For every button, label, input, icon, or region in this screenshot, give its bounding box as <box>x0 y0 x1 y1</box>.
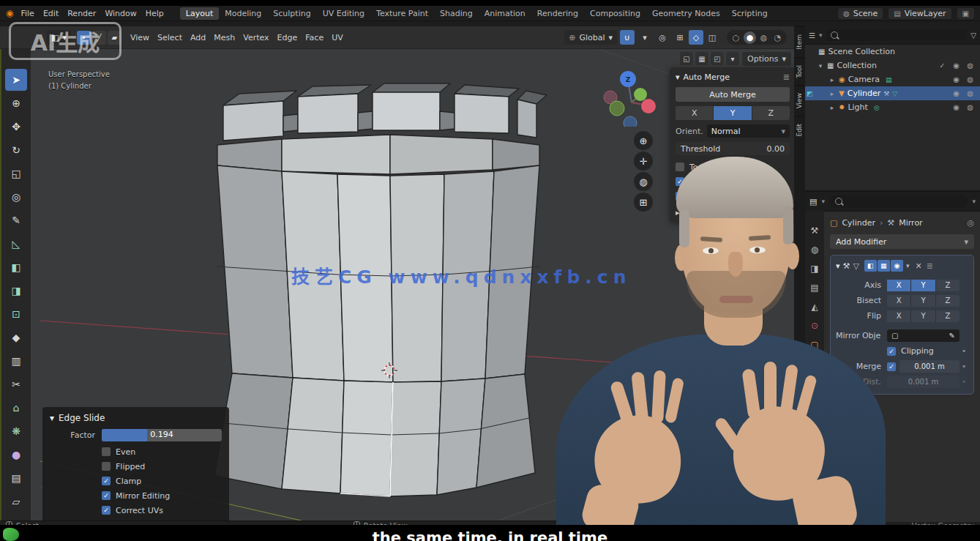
merge-threshold-field[interactable]: 0.001 m <box>899 360 960 373</box>
orientation-dropdown[interactable]: ⊕ Global ▾ <box>564 30 617 45</box>
viewlayer-new-button[interactable]: ▣ <box>957 8 974 19</box>
tool-button[interactable]: ➤ <box>5 69 27 91</box>
merge-checkbox[interactable]: ✓ <box>887 362 896 371</box>
proportional-edit-toggle[interactable]: ◎ <box>655 30 670 45</box>
disable-in-renders-toggle[interactable]: ◍ <box>965 89 976 97</box>
checkbox[interactable]: ✓ <box>676 192 684 201</box>
checkbox[interactable]: ✓ <box>102 447 111 456</box>
editor-type-icon[interactable]: ▤ <box>809 197 817 206</box>
sidebar-tab[interactable]: Tool <box>794 57 804 85</box>
pin-icon[interactable]: ◎ <box>967 218 974 228</box>
modifier-display-toggle[interactable]: ◉ <box>891 260 903 272</box>
modifier-display-toggle[interactable]: ◧ <box>864 260 877 272</box>
panel-collapse-icon[interactable]: ▾ <box>836 261 840 271</box>
tool-button[interactable]: ◎ <box>5 186 27 208</box>
expander-icon[interactable]: ▾ <box>817 62 824 70</box>
tool-button[interactable]: ⊕ <box>5 92 27 114</box>
snap-toggle[interactable]: ∪ <box>620 30 635 45</box>
workspace-tab[interactable]: Compositing <box>584 7 646 20</box>
properties-tab[interactable]: ▽ <box>805 373 824 392</box>
hide-in-viewport-toggle[interactable]: ◉ <box>951 89 962 97</box>
outliner-search-input[interactable] <box>826 29 968 41</box>
tool-button[interactable]: ⌂ <box>5 397 27 419</box>
object-label[interactable]: Light <box>848 102 867 112</box>
axis-toggle-button[interactable]: Y <box>911 295 935 307</box>
expander-icon[interactable]: ▸ <box>828 76 836 83</box>
drag-grip-icon[interactable]: ≣ <box>783 72 790 82</box>
properties-search-input[interactable] <box>829 195 968 208</box>
viewport-menu[interactable]: Edge <box>277 33 298 42</box>
viewport-menu[interactable]: Face <box>305 33 323 42</box>
viewport-menu[interactable]: Select <box>157 33 182 42</box>
workspace-tab[interactable]: Animation <box>479 7 531 20</box>
expander-icon[interactable]: ▸ <box>828 104 836 111</box>
scene-selector[interactable]: ◍ Scene <box>838 8 883 19</box>
topbar-menu[interactable]: Help <box>146 9 164 18</box>
sidebar-tab[interactable]: Item <box>794 26 804 57</box>
panel-collapse-icon[interactable]: ▾ <box>676 72 680 82</box>
tool-button[interactable]: ▤ <box>5 467 27 489</box>
axis-toggle-button[interactable]: Z <box>936 295 960 307</box>
axis-toggle-button[interactable]: Z <box>936 310 960 322</box>
viewport-menu[interactable]: Mesh <box>214 33 235 42</box>
modifier-display-toggle[interactable]: ▦ <box>878 260 890 272</box>
checkbox[interactable]: ✓ <box>676 177 684 186</box>
properties-tab[interactable]: ⊙ <box>805 316 824 335</box>
editor-type-icon[interactable]: ☰ <box>809 31 815 40</box>
snap-dropdown[interactable]: ▾ <box>637 30 652 45</box>
header-option-icon[interactable]: ◰ <box>711 52 724 65</box>
axis-toggle-button[interactable]: Z <box>752 106 790 120</box>
object-label[interactable]: Scene Collection <box>828 47 894 56</box>
perspective-toggle-button[interactable]: ⊞ <box>634 193 653 212</box>
workspace-tab[interactable]: Rendering <box>531 7 584 20</box>
properties-tab[interactable]: ⚒ <box>805 354 824 373</box>
viewport-menu[interactable]: Vertex <box>243 33 269 42</box>
topbar-menu[interactable]: Render <box>67 9 96 18</box>
extras-caret-icon[interactable]: ▾ <box>906 262 910 269</box>
tool-button[interactable]: ⊡ <box>5 303 27 325</box>
properties-tab[interactable]: ◨ <box>805 259 824 278</box>
threshold-field[interactable]: Threshold 0.00 <box>676 142 790 155</box>
workspace-tab[interactable]: Shading <box>434 7 479 20</box>
axis-toggle-button[interactable]: X <box>887 280 911 291</box>
add-modifier-button[interactable]: Add Modifier ▾ <box>830 234 974 249</box>
workspace-tab[interactable]: Layout <box>180 7 219 20</box>
tool-button[interactable]: ✎ <box>5 209 27 231</box>
properties-tab[interactable]: ⚒ <box>805 221 824 240</box>
topbar-menu[interactable]: Edit <box>43 9 59 18</box>
checkbox[interactable]: ✓ <box>102 491 111 500</box>
y-neg-ball[interactable] <box>610 101 624 116</box>
workspace-tab[interactable]: Scripting <box>726 7 774 20</box>
workspace-tab[interactable]: Sculpting <box>267 7 316 20</box>
delete-modifier-icon[interactable]: ✕ <box>915 261 921 271</box>
navigation-gizmo[interactable]: Z ⊕ ✛ ◍ ⊞ <box>599 64 665 213</box>
orientation-select[interactable]: Normal ▾ <box>707 124 790 138</box>
hide-in-viewport-toggle[interactable]: ◉ <box>951 75 962 83</box>
exclude-checkbox[interactable]: ✓ <box>937 61 948 70</box>
topbar-menu[interactable]: Window <box>105 9 136 18</box>
checkbox[interactable]: ✓ <box>102 462 111 471</box>
panel-collapse-icon[interactable]: ▾ <box>50 413 54 423</box>
pan-button[interactable]: ✛ <box>634 152 653 171</box>
object-label[interactable]: Camera <box>848 75 880 84</box>
axis-toggle-button[interactable]: Z <box>936 280 960 291</box>
x-axis-ball[interactable] <box>641 99 656 113</box>
hide-in-viewport-toggle[interactable]: ◉ <box>951 103 962 111</box>
axis-gizmo[interactable]: Z <box>599 64 665 127</box>
object-label[interactable]: Collection <box>837 61 876 70</box>
drag-grip-icon[interactable]: ≣ <box>927 261 933 271</box>
tool-button[interactable]: ◱ <box>5 163 27 184</box>
hide-in-viewport-toggle[interactable]: ◉ <box>951 61 962 70</box>
workspace-tab[interactable]: UV Editing <box>317 7 370 20</box>
y-axis-ball[interactable] <box>634 88 647 101</box>
sidebar-tab[interactable]: View <box>794 85 804 116</box>
header-option-icon[interactable]: ◱ <box>680 52 693 65</box>
axis-toggle-button[interactable]: Y <box>911 310 935 322</box>
tool-button[interactable]: ◺ <box>5 233 27 255</box>
checkbox[interactable]: ✓ <box>676 163 684 171</box>
axis-toggle-button[interactable]: Y <box>911 280 935 291</box>
overlay-toggle-button[interactable]: ◫ <box>705 30 719 45</box>
vertex-group-filter-icon[interactable]: ▽ <box>853 261 859 271</box>
expander-icon[interactable]: ▸ <box>828 90 836 97</box>
tool-button[interactable]: ✥ <box>5 116 27 138</box>
